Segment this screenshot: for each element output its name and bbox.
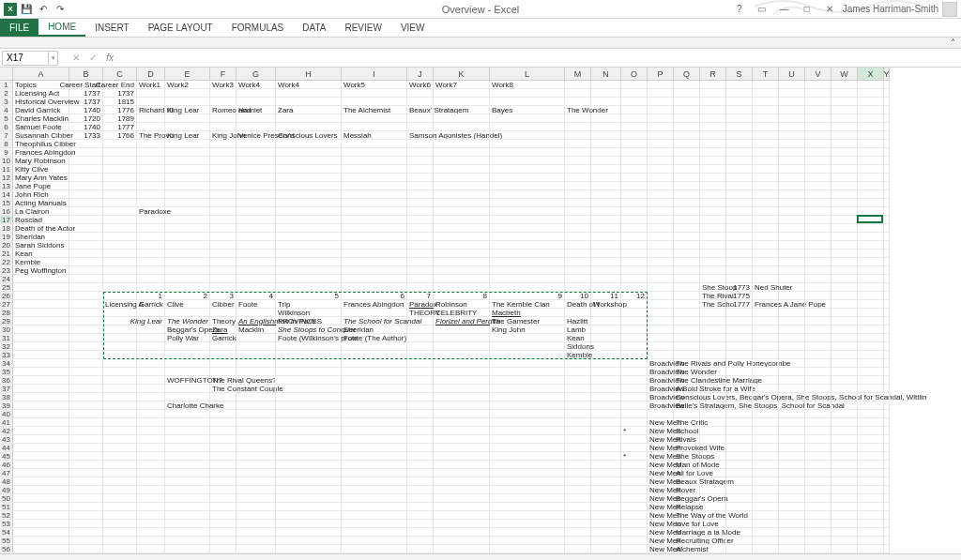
cell-B54[interactable] <box>69 528 103 537</box>
cell-E56[interactable] <box>165 545 210 553</box>
cell-M41[interactable] <box>565 418 591 427</box>
cell-C11[interactable] <box>103 165 137 174</box>
cell-V18[interactable] <box>805 224 831 233</box>
cell-G14[interactable] <box>236 190 276 199</box>
cell-O46[interactable] <box>621 461 648 469</box>
cell-S2[interactable] <box>726 89 753 98</box>
cell-Y55[interactable] <box>884 537 890 545</box>
cell-N11[interactable] <box>591 165 621 174</box>
cell-S48[interactable] <box>726 477 753 486</box>
cell-B42[interactable] <box>69 427 103 435</box>
cell-E16[interactable] <box>165 207 210 216</box>
cell-W19[interactable] <box>831 233 858 241</box>
col-header-J[interactable]: J <box>407 68 434 81</box>
cell-O54[interactable] <box>621 528 648 537</box>
cell-S1[interactable] <box>726 81 753 89</box>
cell-J2[interactable] <box>407 89 434 98</box>
cell-G52[interactable] <box>236 511 276 520</box>
cell-Q2[interactable] <box>674 89 700 98</box>
cell-L16[interactable] <box>490 207 565 216</box>
cell-V23[interactable] <box>805 266 831 275</box>
cell-I15[interactable] <box>342 199 407 207</box>
cell-F34[interactable] <box>210 359 236 368</box>
cell-S8[interactable] <box>726 140 753 148</box>
cell-W6[interactable] <box>831 123 858 131</box>
cell-F4[interactable]: Romeo and <box>210 106 236 114</box>
cell-Y3[interactable] <box>884 98 890 106</box>
cell-L50[interactable] <box>490 494 565 503</box>
cell-C27[interactable]: Licensing A <box>103 300 137 309</box>
cell-N34[interactable] <box>591 359 621 368</box>
cell-V52[interactable] <box>805 511 831 520</box>
cell-K21[interactable] <box>434 250 490 258</box>
cell-S11[interactable] <box>726 165 753 174</box>
cell-G54[interactable] <box>236 528 276 537</box>
cell-E49[interactable] <box>165 486 210 494</box>
cell-A40[interactable] <box>13 410 69 418</box>
cell-T40[interactable] <box>753 410 779 418</box>
cell-W49[interactable] <box>831 486 858 494</box>
cell-L15[interactable] <box>490 199 565 207</box>
cell-I43[interactable] <box>342 435 407 444</box>
cell-L25[interactable] <box>490 283 565 292</box>
cell-O3[interactable] <box>621 98 648 106</box>
cell-L53[interactable] <box>490 520 565 528</box>
cell-V41[interactable] <box>805 418 831 427</box>
cell-C56[interactable] <box>103 545 137 553</box>
cell-J39[interactable] <box>407 401 434 410</box>
cell-A24[interactable] <box>13 275 69 283</box>
cell-C31[interactable] <box>103 334 137 342</box>
cell-T10[interactable] <box>753 157 779 165</box>
cell-M22[interactable] <box>565 258 591 266</box>
cell-N49[interactable] <box>591 486 621 494</box>
cell-D54[interactable] <box>137 528 165 537</box>
cell-D41[interactable] <box>137 418 165 427</box>
cell-I8[interactable] <box>342 140 407 148</box>
maximize-icon[interactable]: □ <box>798 2 816 17</box>
cell-I41[interactable] <box>342 418 407 427</box>
cell-K4[interactable] <box>434 106 490 114</box>
cell-I27[interactable]: Frances Abingdon <box>342 300 407 309</box>
cell-K1[interactable]: Work7 <box>434 81 490 89</box>
cell-W9[interactable] <box>831 148 858 157</box>
col-header-V[interactable]: V <box>805 68 831 81</box>
col-header-X[interactable]: X <box>858 68 884 81</box>
cell-G46[interactable] <box>236 461 276 469</box>
cell-S40[interactable] <box>726 410 753 418</box>
cell-O13[interactable] <box>621 182 648 190</box>
cell-J47[interactable] <box>407 469 434 477</box>
cell-X53[interactable] <box>858 520 884 528</box>
cell-G12[interactable] <box>236 174 276 182</box>
cell-V6[interactable] <box>805 123 831 131</box>
cell-K5[interactable] <box>434 114 490 123</box>
cell-H44[interactable] <box>276 444 342 452</box>
cell-Y8[interactable] <box>884 140 890 148</box>
cell-G39[interactable] <box>236 401 276 410</box>
cell-F9[interactable] <box>210 148 236 157</box>
cell-Q17[interactable] <box>674 216 700 224</box>
cell-D22[interactable] <box>137 258 165 266</box>
cell-S15[interactable] <box>726 199 753 207</box>
cell-V17[interactable] <box>805 216 831 224</box>
cell-U5[interactable] <box>779 114 805 123</box>
cell-R11[interactable] <box>700 165 726 174</box>
cell-P27[interactable] <box>648 300 674 309</box>
cell-J34[interactable] <box>407 359 434 368</box>
cell-P8[interactable] <box>648 140 674 148</box>
cell-B19[interactable] <box>69 233 103 241</box>
cell-U31[interactable] <box>779 334 805 342</box>
cell-X48[interactable] <box>858 477 884 486</box>
cell-V33[interactable] <box>805 351 831 359</box>
cell-E13[interactable] <box>165 182 210 190</box>
cell-L21[interactable] <box>490 250 565 258</box>
cell-X29[interactable] <box>858 317 884 325</box>
cell-I44[interactable] <box>342 444 407 452</box>
cell-Y9[interactable] <box>884 148 890 157</box>
cell-U48[interactable] <box>779 477 805 486</box>
cell-G24[interactable] <box>236 275 276 283</box>
cell-G1[interactable]: Work4 <box>236 81 276 89</box>
cell-L56[interactable] <box>490 545 565 553</box>
cell-I51[interactable] <box>342 503 407 511</box>
cell-L1[interactable]: Work8 <box>490 81 565 89</box>
cell-T22[interactable] <box>753 258 779 266</box>
